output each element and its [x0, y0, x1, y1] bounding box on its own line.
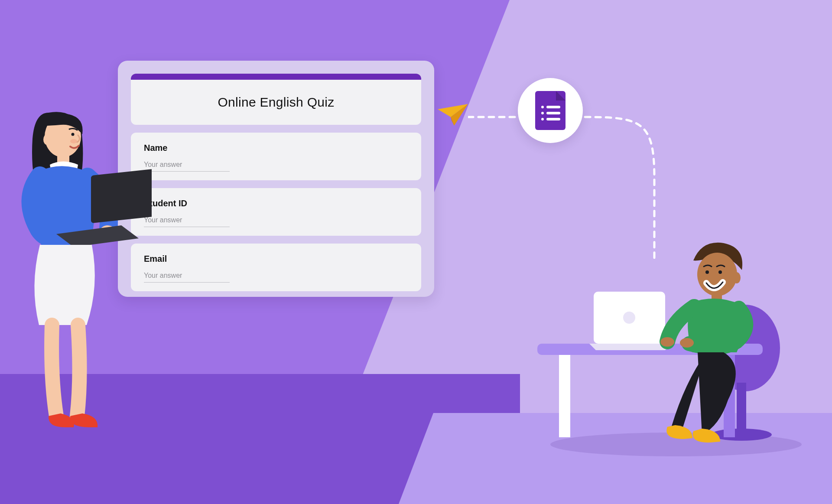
- svg-point-23: [705, 270, 709, 274]
- quiz-form-card: Online English Quiz Name Your answer Stu…: [118, 61, 434, 297]
- form-field-name: Name Your answer: [131, 133, 421, 180]
- svg-marker-20: [589, 344, 672, 350]
- email-input[interactable]: Your answer: [144, 272, 230, 283]
- svg-point-27: [680, 338, 694, 348]
- illustration-stage: Online English Quiz Name Your answer Stu…: [0, 0, 832, 504]
- svg-rect-10: [91, 169, 152, 223]
- svg-point-5: [72, 133, 75, 136]
- svg-point-4: [43, 134, 50, 145]
- field-label: Student ID: [144, 198, 408, 208]
- svg-point-6: [70, 139, 77, 143]
- forms-icon-circle: [518, 78, 583, 143]
- form-field-email: Email Your answer: [131, 244, 421, 291]
- svg-point-19: [623, 312, 635, 324]
- svg-point-26: [660, 337, 674, 347]
- google-forms-icon: [535, 91, 566, 130]
- svg-point-24: [718, 270, 722, 274]
- svg-point-22: [733, 272, 741, 283]
- student-id-input[interactable]: Your answer: [144, 216, 230, 227]
- svg-rect-13: [737, 383, 746, 430]
- paper-plane-icon: [438, 104, 468, 126]
- svg-rect-16: [559, 355, 570, 437]
- form-title: Online English Quiz: [218, 95, 334, 110]
- form-header: Online English Quiz: [131, 74, 421, 125]
- field-label: Email: [144, 254, 408, 264]
- teacher-illustration: [9, 100, 152, 433]
- form-field-student-id: Student ID Your answer: [131, 188, 421, 236]
- student-scene-illustration: [520, 209, 806, 452]
- name-input[interactable]: Your answer: [144, 161, 230, 172]
- svg-point-14: [711, 429, 772, 441]
- field-label: Name: [144, 143, 408, 153]
